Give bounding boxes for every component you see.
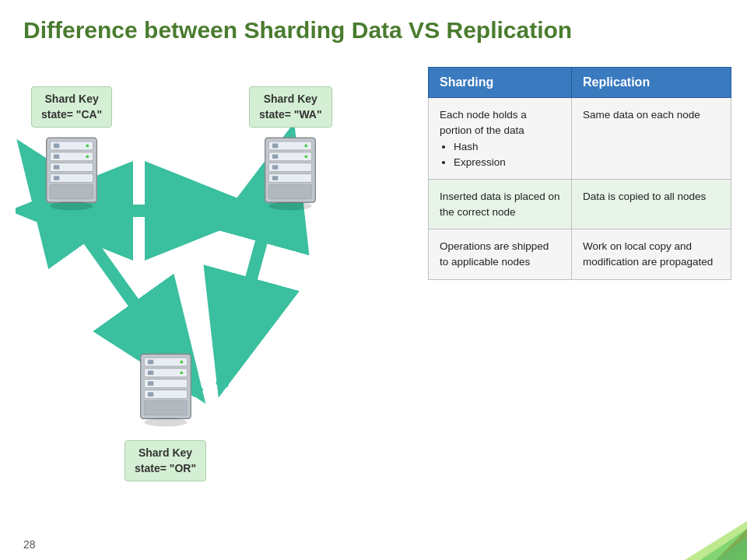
svg-rect-29 bbox=[272, 155, 278, 159]
table-cell-replication-1: Same data on each node bbox=[571, 98, 731, 180]
server-label-ca: Shard Keystate= "CA" bbox=[31, 86, 112, 128]
svg-rect-16 bbox=[54, 155, 59, 159]
svg-rect-40 bbox=[144, 401, 187, 415]
svg-point-45 bbox=[180, 361, 183, 364]
page-number: 28 bbox=[23, 538, 36, 551]
svg-rect-28 bbox=[272, 144, 278, 149]
comparison-table: Sharding Replication Each node holds a p… bbox=[428, 67, 731, 280]
server-icon-or bbox=[127, 347, 205, 440]
svg-rect-14 bbox=[50, 184, 93, 198]
page-title: Difference between Sharding Data VS Repl… bbox=[0, 0, 747, 51]
svg-point-32 bbox=[305, 145, 308, 148]
server-label-or: Shard Keystate= "OR" bbox=[124, 440, 206, 481]
diagram-area: Shard Keystate= "CA" bbox=[16, 59, 420, 495]
server-node-ca: Shard Keystate= "CA" bbox=[31, 86, 112, 224]
svg-rect-30 bbox=[272, 165, 278, 170]
svg-point-46 bbox=[180, 371, 183, 374]
svg-rect-44 bbox=[147, 392, 153, 397]
table-header-replication: Replication bbox=[571, 68, 731, 98]
svg-point-21 bbox=[50, 202, 93, 211]
svg-point-19 bbox=[86, 145, 89, 148]
svg-rect-15 bbox=[54, 144, 59, 149]
table-row-3: Operations are shipped to applicable nod… bbox=[429, 229, 731, 279]
table-cell-sharding-2: Inserted data is placed on the correct n… bbox=[429, 180, 572, 229]
content-area: Shard Keystate= "CA" bbox=[0, 59, 747, 495]
svg-rect-27 bbox=[269, 184, 312, 198]
table-cell-sharding-3: Operations are shipped to applicable nod… bbox=[429, 229, 572, 279]
svg-rect-41 bbox=[147, 360, 153, 365]
table-header-sharding: Sharding bbox=[429, 68, 572, 98]
table-row-1: Each node holds a portion of the data Ha… bbox=[429, 98, 731, 180]
corner-decoration bbox=[654, 513, 747, 560]
svg-point-20 bbox=[86, 156, 89, 159]
svg-marker-52 bbox=[654, 521, 747, 560]
svg-point-34 bbox=[269, 202, 312, 211]
server-node-or: Shard Keystate= "OR" bbox=[124, 347, 206, 485]
server-label-wa: Shard Keystate= "WA" bbox=[249, 86, 332, 128]
table-area: Sharding Replication Each node holds a p… bbox=[420, 59, 731, 495]
server-node-wa: Shard Keystate= "WA" bbox=[249, 86, 332, 224]
table-cell-replication-3: Work on local copy and modification are … bbox=[571, 229, 731, 279]
table-cell-replication-2: Data is copied to all nodes bbox=[571, 180, 731, 229]
server-icon-wa bbox=[251, 131, 329, 224]
svg-point-33 bbox=[305, 156, 308, 159]
svg-rect-42 bbox=[147, 370, 153, 375]
svg-rect-18 bbox=[54, 176, 59, 180]
server-icon-ca bbox=[33, 131, 110, 224]
svg-point-47 bbox=[144, 418, 187, 426]
svg-rect-31 bbox=[272, 176, 278, 180]
svg-line-8 bbox=[222, 230, 265, 386]
table-row-2: Inserted data is placed on the correct n… bbox=[429, 180, 731, 229]
svg-rect-43 bbox=[147, 381, 153, 386]
svg-rect-17 bbox=[54, 165, 59, 170]
table-cell-sharding-1: Each node holds a portion of the data Ha… bbox=[429, 98, 572, 180]
